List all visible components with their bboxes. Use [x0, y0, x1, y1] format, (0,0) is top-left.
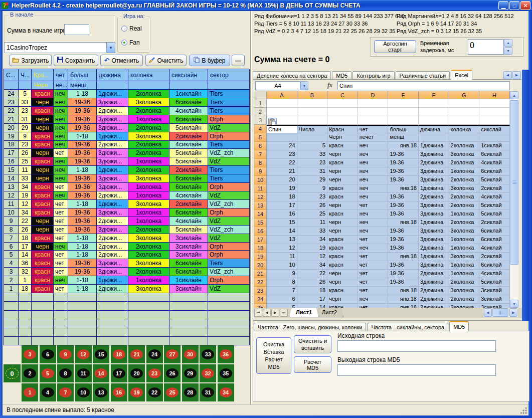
tab-Контроль игр[interactable]: Контроль игр — [352, 71, 394, 80]
excel-cell[interactable]: больш — [388, 125, 419, 133]
excel-cell[interactable]: 2колонка — [449, 193, 480, 201]
excel-cell[interactable]: неч — [358, 244, 389, 253]
excel-cell[interactable]: 2дюжина — [419, 159, 449, 167]
roulette-number-cell[interactable]: 18 — [111, 345, 127, 363]
excel-cell[interactable]: 3дюжина — [419, 261, 449, 270]
excel-row-header-13[interactable]: 13 — [254, 201, 267, 210]
excel-cell[interactable]: дюжина — [419, 125, 449, 133]
roulette-number-cell[interactable]: 33 — [200, 345, 216, 363]
formula-bar[interactable]: Спин — [337, 81, 510, 90]
radio-real[interactable]: Real — [121, 25, 142, 32]
excel-cell[interactable]: 16 — [267, 210, 297, 219]
excel-cell[interactable]: черн — [327, 201, 358, 210]
excel-cell[interactable]: неч — [358, 150, 389, 159]
excel-row-header-23[interactable]: 23 — [254, 287, 267, 295]
excel-cell[interactable]: 7 — [267, 287, 297, 295]
excel-cell[interactable]: 3дюжина — [419, 167, 449, 176]
excel-cell[interactable]: 25 — [297, 210, 328, 219]
excel-cell[interactable]: 9 — [297, 184, 328, 193]
roulette-number-cell[interactable]: 25 — [164, 383, 181, 401]
excel-cell[interactable]: неч — [358, 159, 389, 167]
excel-row-header-12[interactable]: 12 — [254, 193, 267, 201]
scroll-right-icon[interactable]: ▶ — [509, 308, 517, 317]
roulette-number-cell[interactable]: 16 — [111, 383, 127, 401]
excel-row-header-25[interactable]: 25 — [254, 304, 267, 308]
excel-cell[interactable]: 5 — [267, 304, 297, 308]
excel-cell[interactable] — [267, 108, 297, 116]
excel-cell[interactable]: неч — [358, 227, 389, 236]
excel-cell[interactable]: 2сиклай — [479, 219, 510, 227]
excel-row-header-3[interactable]: 3 — [254, 116, 267, 125]
excel-row-header-16[interactable]: 16 — [254, 227, 267, 236]
casino-select[interactable]: 1CasinoTropez ▼ — [4, 42, 115, 53]
excel-cell[interactable]: чет — [358, 253, 389, 261]
excel-cell[interactable]: 20 — [267, 176, 297, 184]
undo-button[interactable]: ↶ Отменить — [100, 55, 143, 66]
excel-cell[interactable]: 5сиклай — [479, 210, 510, 219]
excel-cell[interactable]: красн — [327, 287, 358, 295]
excel-cell[interactable]: 2колонка — [449, 159, 480, 167]
excel-cell[interactable]: янв.18 — [388, 184, 419, 193]
excel-cell[interactable]: 3колонка — [449, 287, 480, 295]
excel-cell[interactable]: 6 — [267, 295, 297, 304]
excel-cell[interactable]: 17 — [297, 295, 328, 304]
excel-cell[interactable]: 19-36 — [388, 278, 419, 287]
roulette-number-cell[interactable]: 13 — [93, 383, 109, 401]
to-buffer-button[interactable]: В буфер — [189, 55, 230, 66]
start-sum-input[interactable] — [64, 24, 89, 35]
excel-col-header-G[interactable]: G — [449, 91, 480, 99]
roulette-number-cell[interactable]: 35 — [218, 364, 234, 382]
excel-select-all-corner[interactable] — [254, 91, 267, 99]
sheet-last-icon[interactable]: ⏭ — [280, 309, 288, 317]
excel-cell[interactable]: 6сиклай — [479, 261, 510, 270]
excel-cell[interactable]: 3дюжина — [419, 236, 449, 244]
roulette-number-cell[interactable]: 21 — [128, 345, 145, 363]
excel-cell[interactable] — [479, 99, 510, 108]
excel-cell[interactable]: 2дюжина — [419, 304, 449, 308]
roulette-number-cell[interactable]: 2 — [22, 364, 38, 382]
hscroll-thumb[interactable] — [492, 308, 508, 317]
excel-col-header-A[interactable]: A — [267, 91, 297, 99]
excel-row-header-4[interactable]: 4 — [254, 125, 267, 133]
excel-cell[interactable]: 2дюжина — [419, 287, 449, 295]
excel-cell[interactable]: 1колонка — [449, 261, 480, 270]
roulette-number-cell[interactable]: 30 — [182, 345, 199, 363]
excel-cell[interactable]: 10 — [267, 261, 297, 270]
excel-cell[interactable]: 19-36 — [388, 201, 419, 210]
excel-cell[interactable] — [388, 108, 419, 116]
excel-cell[interactable]: 21 — [267, 167, 297, 176]
excel-row-header-24[interactable]: 24 — [254, 295, 267, 304]
excel-cell[interactable]: янв.18 — [388, 142, 419, 150]
excel-cell[interactable]: красн — [327, 253, 358, 261]
autospin-start-button[interactable]: Автоспин старт — [374, 40, 416, 53]
excel-cell[interactable]: чет — [358, 270, 389, 278]
excel-cell[interactable]: 1колонка — [449, 210, 480, 219]
sheet-prev-icon[interactable]: ◀ — [263, 309, 271, 317]
minimize-button[interactable]: ▁ — [498, 1, 508, 10]
excel-cell[interactable]: 2колонка — [449, 278, 480, 287]
excel-cell[interactable]: красн — [327, 304, 358, 308]
excel-cell[interactable]: 33 — [297, 227, 328, 236]
excel-cell[interactable]: неч — [358, 193, 389, 201]
excel-cell[interactable]: красн — [327, 142, 358, 150]
excel-cell[interactable] — [419, 99, 449, 108]
excel-cell[interactable]: менш — [388, 133, 419, 142]
excel-cell[interactable] — [358, 99, 389, 108]
roulette-number-cell[interactable]: 20 — [128, 364, 145, 382]
excel-cell[interactable]: 3колонка — [449, 253, 480, 261]
excel-cell[interactable]: Красн — [327, 125, 358, 133]
scroll-up-icon[interactable]: ▲ — [510, 91, 518, 99]
roulette-number-cell[interactable]: 28 — [182, 383, 199, 401]
excel-cell[interactable] — [358, 108, 389, 116]
excel-cell[interactable]: неч — [358, 184, 389, 193]
excel-cell[interactable]: красн — [327, 244, 358, 253]
excel-row-header-21[interactable]: 21 — [254, 270, 267, 278]
roulette-number-cell[interactable]: 27 — [164, 345, 181, 363]
roulette-number-cell[interactable]: 32 — [200, 364, 216, 382]
excel-cell[interactable]: 19-36 — [388, 193, 419, 201]
tab-scroll-right-icon[interactable]: ▶ — [512, 71, 521, 79]
excel-cell[interactable]: 2дюжина — [419, 244, 449, 253]
excel-cell[interactable]: 34 — [297, 236, 328, 244]
excel-cell[interactable]: 14 — [267, 227, 297, 236]
roulette-number-cell[interactable]: 4 — [40, 383, 56, 401]
